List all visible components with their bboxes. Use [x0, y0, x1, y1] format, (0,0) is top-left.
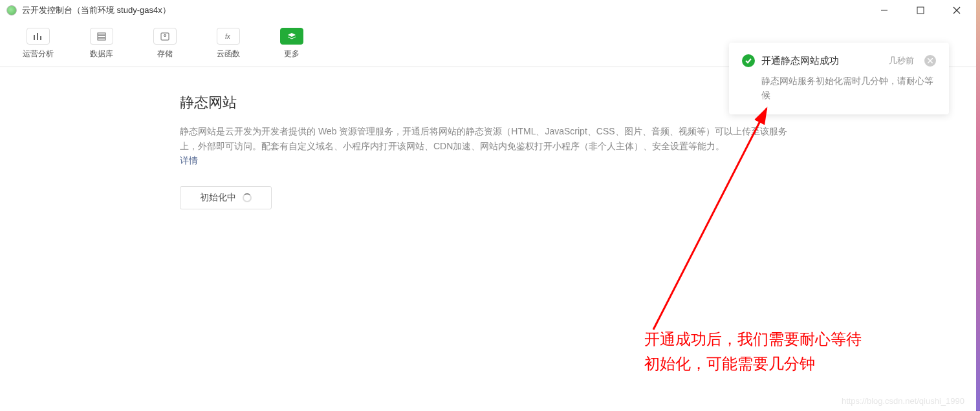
svg-rect-6: [40, 36, 41, 40]
toolbar-label: 更多: [284, 48, 299, 59]
maximize-button[interactable]: [910, 0, 931, 21]
bar-chart-icon: [27, 28, 50, 45]
check-circle-icon: [742, 54, 755, 67]
watermark: https://blog.csdn.net/qiushi_1990: [842, 396, 964, 406]
toolbar-item-function[interactable]: fx 云函数: [206, 28, 251, 59]
spinner-icon: [243, 193, 252, 202]
toolbar-label: 数据库: [90, 48, 113, 59]
toast-body: 静态网站服务初始化需时几分钟，请耐心等候: [761, 74, 936, 103]
svg-rect-5: [37, 33, 38, 40]
annotation-line2: 初始化，可能需要几分钟: [644, 355, 815, 372]
details-link[interactable]: 详情: [180, 155, 198, 167]
database-icon: [90, 28, 113, 45]
toolbar-item-analytics[interactable]: 运营分析: [16, 28, 61, 59]
window-titlebar: 云开发控制台（当前环境 study-gas4x）: [0, 0, 980, 21]
app-icon: [6, 5, 17, 16]
toast-close-button[interactable]: [924, 55, 936, 67]
layers-icon: [280, 28, 303, 45]
storage-icon: [153, 28, 177, 45]
page-description: 静态网站是云开发为开发者提供的 Web 资源管理服务，开通后将网站的静态资源（H…: [180, 124, 794, 154]
annotation-text: 开通成功后，我们需要耐心等待 初始化，可能需要几分钟: [644, 327, 862, 377]
toolbar-item-database[interactable]: 数据库: [79, 28, 124, 59]
svg-rect-1: [917, 7, 924, 14]
svg-rect-9: [98, 38, 105, 40]
function-icon: fx: [217, 28, 240, 45]
initialize-button[interactable]: 初始化中: [180, 186, 272, 209]
window-controls: [874, 0, 975, 21]
toast-title: 开通静态网站成功: [761, 55, 882, 67]
window-title: 云开发控制台（当前环境 study-gas4x）: [22, 5, 171, 16]
svg-text:fx: fx: [225, 33, 231, 40]
close-button[interactable]: [946, 0, 967, 21]
toolbar-label: 运营分析: [23, 48, 54, 59]
toolbar-item-more[interactable]: 更多: [269, 28, 314, 59]
toolbar-label: 存储: [157, 48, 173, 59]
success-toast: 开通静态网站成功 几秒前 静态网站服务初始化需时几分钟，请耐心等候: [729, 43, 949, 114]
toast-header: 开通静态网站成功 几秒前: [742, 54, 936, 67]
init-button-label: 初始化中: [200, 192, 236, 204]
minimize-button[interactable]: [874, 0, 895, 21]
toast-time: 几秒前: [889, 55, 914, 67]
svg-marker-13: [288, 33, 296, 37]
toolbar-item-storage[interactable]: 存储: [142, 28, 188, 59]
toolbar-label: 云函数: [217, 48, 240, 59]
annotation-line1: 开通成功后，我们需要耐心等待: [644, 330, 862, 348]
edge-strip: [976, 0, 980, 411]
svg-rect-8: [98, 36, 105, 37]
svg-rect-4: [34, 35, 35, 40]
svg-rect-7: [98, 33, 105, 35]
svg-point-11: [164, 35, 166, 37]
